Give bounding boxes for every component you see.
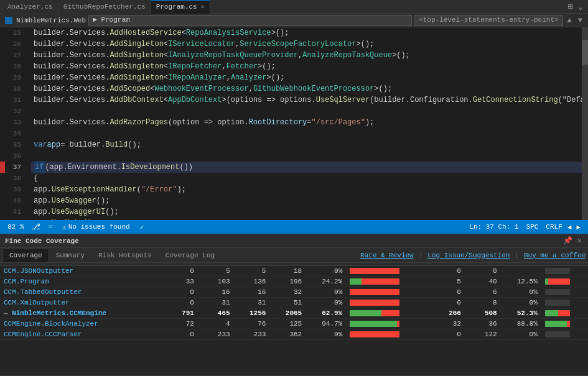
coverage-bar (346, 266, 429, 277)
chevron-down-icon[interactable]: ⌄ (576, 1, 586, 12)
coverage-pct2: 88.8% (501, 319, 541, 329)
zoom-level[interactable]: 82 % (5, 223, 26, 231)
status-bar: 82 % ⎇ ○ ⚠ No issues found ✓ Ln: 37 Ch: … (0, 220, 588, 234)
col-v5 (429, 263, 465, 266)
check-icon[interactable]: ✓ (138, 223, 147, 231)
coverage-value: 125 (269, 319, 306, 329)
coverage-value: 72 (162, 319, 198, 329)
coverage-value: 0 (162, 298, 198, 308)
coverage-row-link[interactable]: CCM.TabbedOutputter (4, 288, 82, 296)
chevron-down-icon[interactable]: ▼ (576, 16, 584, 25)
coverage-pct: 0% (306, 266, 346, 277)
coverage-row-link[interactable]: CCM.XmlOutputter (4, 299, 70, 306)
coverage-value2: 508 (465, 308, 501, 319)
coverage-value: 5 (234, 266, 270, 277)
coverage-bar2 (541, 266, 588, 277)
close-icon[interactable]: ✕ (201, 3, 205, 11)
coverage-value: 1256 (234, 308, 270, 319)
coverage-bar2 (541, 329, 588, 340)
coverage-bar (346, 329, 429, 340)
coverage-row-link[interactable]: NimbleMetrics.CCMEngine (12, 310, 106, 317)
coverage-value2: 0 (465, 266, 501, 277)
code-line: app.UseHsts(); (31, 218, 582, 220)
coverage-value2: 122 (465, 329, 501, 340)
breadcrumb-path[interactable]: ► Program (88, 15, 412, 26)
buy-coffee-link[interactable]: Buy me a coffee (524, 252, 586, 259)
code-line: app.UseExceptionHandler("/Error"); (31, 184, 582, 195)
coverage-value: 31 (198, 298, 234, 308)
tab-githubrepofetcher[interactable]: GithubRepoFetcher.cs (58, 0, 151, 14)
scroll-right-icon[interactable]: ▶ (576, 223, 581, 231)
close-panel-icon[interactable]: ✕ (576, 236, 583, 245)
coverage-row-link[interactable]: CCMEngine.CCCParser (4, 331, 82, 338)
coverage-value2: 0 (429, 298, 465, 308)
expand-icon[interactable]: ⊞ (565, 1, 575, 12)
col-v3 (234, 263, 270, 266)
git-icon: ⎇ (31, 222, 40, 232)
tab-analyzer[interactable]: Analyzer.cs (2, 0, 58, 14)
coverage-value2: 36 (465, 319, 501, 329)
coverage-row-link[interactable]: CCM.JSONOutputter (4, 267, 73, 275)
coverage-pct2: 0% (501, 287, 541, 298)
indentation[interactable]: SPC (524, 223, 541, 231)
cursor-position[interactable]: Ln: 37 Ch: 1 (467, 223, 521, 231)
fcc-tab-summary[interactable]: Summary (49, 249, 91, 262)
coverage-value: 196 (269, 277, 306, 287)
scroll-left-icon[interactable]: ◀ (567, 223, 572, 231)
coverage-value2: 5 (429, 277, 465, 287)
coverage-value: 233 (234, 329, 270, 340)
coverage-value2: 32 (429, 319, 465, 329)
code-line: builder.Services.AddRazorPages(option =>… (31, 117, 582, 128)
code-line: app.UseSwagger(); (31, 195, 582, 206)
coverage-table: CCM.JSONOutputter055180%00CCM.Program331… (0, 263, 588, 375)
code-line: builder.Services.AddHostedService<RepoAn… (31, 27, 582, 39)
chevron-up-icon[interactable]: ▲ (566, 16, 574, 25)
row-name: CCM.Program (0, 277, 162, 287)
coverage-value: 103 (198, 277, 234, 287)
breakpoint-marker[interactable] (0, 162, 5, 173)
fcc-title: Fine Code Coverage (5, 237, 562, 245)
row-name: CCM.XmlOutputter (0, 298, 162, 308)
coverage-pct2 (501, 266, 541, 277)
coverage-pct: 0% (306, 329, 346, 340)
col-v4 (269, 263, 306, 266)
issues-indicator[interactable]: ⚠ No issues found (60, 223, 133, 231)
coverage-value: 465 (198, 308, 234, 319)
coverage-value: 16 (234, 287, 270, 298)
col-bar2 (541, 263, 588, 266)
coverage-bar (346, 277, 429, 287)
editor-scrollbar[interactable] (582, 27, 588, 220)
col-name (0, 263, 162, 266)
location-selector[interactable]: <top-level-statements-entry-point> (414, 15, 562, 26)
coverage-row-link[interactable]: CCM.Program (4, 278, 49, 285)
rate-review-link[interactable]: Rate & Review (360, 252, 414, 259)
pin-icon[interactable]: 📌 (562, 236, 574, 245)
code-content[interactable]: builder.Services.AddHostedService<RepoAn… (31, 27, 582, 220)
code-editor: 25 26 27 28 29 30 31 32 33 34 35 36 37 3… (0, 27, 588, 220)
coverage-pct: 0% (306, 298, 346, 308)
coverage-row-link[interactable]: CCMEngine.BlockAnalyzer (4, 320, 98, 328)
address-bar: NimbleMetrics.Web ► Program <top-level-s… (0, 14, 588, 27)
coverage-pct: 0% (306, 287, 346, 298)
coverage-value: 2065 (269, 308, 306, 319)
coverage-bar (346, 287, 429, 298)
line-numbers: 25 26 27 28 29 30 31 32 33 34 35 36 37 3… (5, 27, 31, 220)
branch-name[interactable]: ○ (45, 223, 55, 231)
tab-program[interactable]: Program.cs ✕ (151, 0, 210, 14)
coverage-pct: 24.2% (306, 277, 346, 287)
line-ending[interactable]: CRLF (543, 223, 564, 231)
row-name: CCMEngine.CCCParser (0, 329, 162, 340)
log-issue-link[interactable]: Log Issue/Suggestion (427, 252, 510, 259)
fcc-tab-risk-hotspots[interactable]: Risk Hotspots (91, 249, 159, 262)
fcc-tab-coverage[interactable]: Coverage (2, 249, 49, 262)
code-line (31, 106, 582, 117)
coverage-value: 0 (162, 329, 198, 340)
fcc-tab-coverage-log[interactable]: Coverage Log (159, 249, 222, 262)
row-name: CCM.TabbedOutputter (0, 287, 162, 298)
code-line: app.UseSwaggerUI(); (31, 206, 582, 218)
coverage-value2: 8 (465, 298, 501, 308)
coverage-bar2 (541, 308, 588, 319)
coverage-value: 0 (162, 287, 198, 298)
coverage-value: 4 (198, 319, 234, 329)
tab-label: Analyzer.cs (7, 3, 53, 11)
